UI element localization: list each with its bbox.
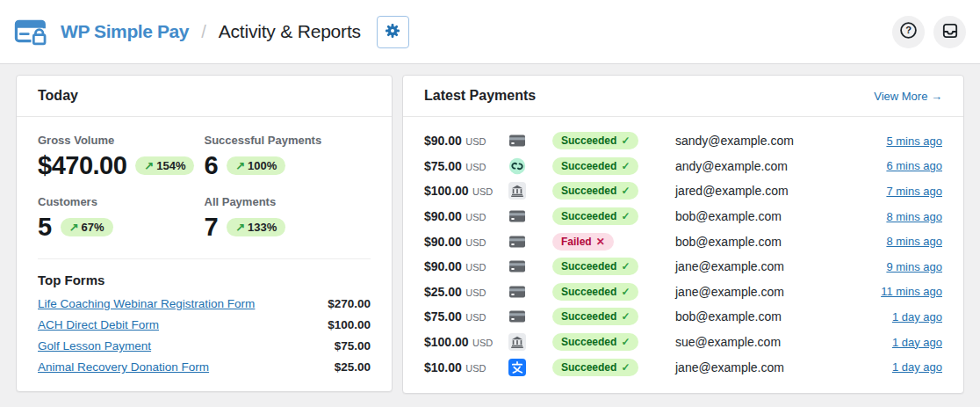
top-form-row: Life Coaching Webinar Registration Form …: [38, 297, 371, 310]
bank-icon: [508, 182, 526, 200]
stat-label: Customers: [38, 195, 205, 208]
payment-email: sue@example.com: [675, 335, 892, 349]
payment-email: bob@example.com: [675, 235, 886, 249]
payment-email: bob@example.com: [675, 309, 892, 323]
payment-status-badge: Succeeded✓: [552, 182, 638, 200]
payment-row: $75.00 USD: [424, 304, 942, 330]
payment-time-link[interactable]: 8 mins ago: [886, 210, 942, 223]
form-link[interactable]: ACH Direct Debit Form: [38, 318, 159, 331]
top-form-row: Golf Lesson Payment $75.00: [38, 339, 371, 352]
payment-email: bob@example.com: [675, 209, 886, 223]
stat-all-payments: All Payments 7 ↗133%: [205, 195, 371, 242]
payment-currency: USD: [472, 338, 493, 348]
payment-amount: $90.00: [424, 235, 462, 249]
payment-method: [508, 157, 552, 175]
payment-row: $90.00 USD: [424, 128, 942, 154]
payment-method: [508, 308, 552, 325]
payment-status-badge: Succeeded✓: [552, 283, 638, 301]
arrow-up-icon: ↗: [144, 159, 154, 172]
status-mark-icon: ✓: [621, 310, 630, 323]
payment-status-label: Succeeded: [561, 160, 616, 172]
content-area: Today Gross Volume $470.00 ↗154% Success…: [0, 64, 980, 394]
payment-method: [508, 359, 552, 376]
latest-payments-header: Latest Payments View More →: [403, 76, 963, 117]
form-link[interactable]: Golf Lesson Payment: [38, 339, 151, 352]
payment-status-label: Succeeded: [561, 336, 616, 348]
card-icon: [508, 308, 526, 325]
payment-status-badge: Succeeded✓: [552, 132, 638, 149]
delta-value: 154%: [156, 159, 185, 172]
status-mark-icon: ✓: [621, 210, 630, 222]
delta-value: 67%: [82, 221, 104, 234]
payment-time-link[interactable]: 5 mins ago: [886, 134, 942, 148]
arrow-up-icon: ↗: [235, 159, 245, 172]
alipay-icon: [508, 359, 526, 376]
breadcrumb-separator: /: [201, 22, 206, 42]
stats-grid: Gross Volume $470.00 ↗154% Successful Pa…: [38, 134, 371, 242]
stat-label: Gross Volume: [38, 134, 205, 147]
delta-value: 100%: [248, 159, 277, 172]
stat-value: 6: [205, 151, 219, 180]
view-more-link[interactable]: View More →: [874, 90, 942, 103]
stat-gross-volume: Gross Volume $470.00 ↗154%: [38, 134, 205, 180]
payment-row: $100.00 USD: [424, 330, 942, 355]
payment-status-label: Succeeded: [561, 134, 616, 147]
payment-time-link[interactable]: 1 day ago: [892, 310, 942, 323]
payment-method: [508, 233, 552, 251]
status-mark-icon: ✓: [621, 336, 630, 348]
card-icon: [508, 258, 526, 275]
stat-successful-payments: Successful Payments 6 ↗100%: [205, 134, 371, 180]
bank-icon: [508, 333, 526, 351]
payment-time-link[interactable]: 9 mins ago: [886, 260, 942, 273]
payment-row: $90.00 USD: [424, 204, 942, 229]
inbox-button[interactable]: [933, 16, 966, 48]
payment-email: jane@example.com: [675, 259, 886, 273]
help-button[interactable]: ?: [892, 16, 925, 48]
payment-time-link[interactable]: 6 mins ago: [886, 159, 942, 172]
payment-row: $90.00 USD: [424, 254, 942, 280]
payment-time-link[interactable]: 7 mins ago: [886, 185, 942, 198]
payment-row: $75.00 USD: [424, 154, 942, 179]
top-form-row: ACH Direct Debit Form $100.00: [38, 318, 371, 331]
inbox-icon: [941, 22, 959, 42]
payment-status-label: Succeeded: [561, 260, 616, 273]
card-icon: [508, 283, 526, 301]
settings-button[interactable]: [377, 16, 409, 48]
top-bar: WP Simple Pay / Activity & Reports: [0, 0, 980, 64]
form-amount: $75.00: [335, 339, 371, 352]
arrow-up-icon: ↗: [69, 221, 79, 234]
payment-time-link[interactable]: 1 day ago: [892, 360, 942, 374]
payment-status-badge: Succeeded✓: [552, 359, 638, 376]
form-link[interactable]: Animal Recovery Donation Form: [38, 360, 209, 374]
payment-row: $90.00 USD: [424, 229, 942, 254]
payment-method: [508, 258, 552, 275]
payment-currency: USD: [465, 162, 486, 172]
payment-status-label: Failed: [561, 236, 592, 248]
payment-row: $100.00 USD: [424, 178, 942, 204]
payment-currency: USD: [465, 312, 486, 323]
today-card: Today Gross Volume $470.00 ↗154% Success…: [16, 75, 393, 392]
payment-amount: $90.00: [424, 134, 462, 148]
payment-method: [508, 132, 552, 149]
payment-time-link[interactable]: 11 mins ago: [881, 285, 942, 298]
stat-label: Successful Payments: [205, 134, 371, 147]
payment-status-badge: Succeeded✓: [552, 258, 638, 275]
form-amount: $100.00: [328, 318, 371, 331]
payment-status-badge: Failed✕: [552, 233, 614, 251]
payment-time-link[interactable]: 8 mins ago: [886, 235, 942, 248]
page-title: Activity & Reports: [219, 21, 361, 42]
payment-method: [508, 182, 552, 200]
brand-name: WP Simple Pay: [61, 21, 189, 42]
payment-currency: USD: [465, 237, 486, 248]
status-mark-icon: ✓: [621, 185, 630, 197]
wp-simple-pay-logo-icon[interactable]: [14, 17, 50, 47]
payment-method: [508, 283, 552, 301]
payment-amount: $10.00: [424, 360, 462, 374]
payment-time-link[interactable]: 1 day ago: [892, 336, 942, 349]
status-mark-icon: ✕: [596, 236, 605, 248]
payment-status-label: Succeeded: [561, 361, 616, 374]
payment-amount: $90.00: [424, 259, 462, 273]
payment-method: [508, 207, 552, 225]
payment-status-badge: Succeeded✓: [552, 207, 638, 225]
form-link[interactable]: Life Coaching Webinar Registration Form: [38, 297, 255, 310]
